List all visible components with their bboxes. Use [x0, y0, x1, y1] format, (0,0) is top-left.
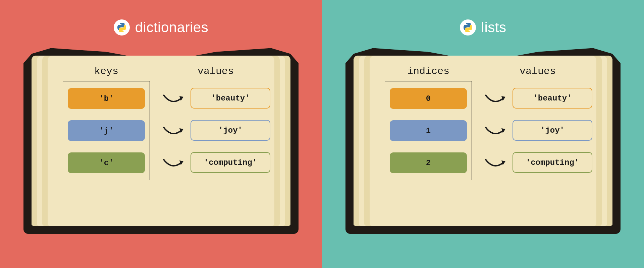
book-spine	[161, 56, 161, 226]
value-chip: 'joy'	[191, 120, 270, 141]
values-page: values 'beauty'	[161, 66, 270, 212]
lists-book: indices 0 1 2 values	[345, 46, 621, 234]
arrow-column	[161, 81, 188, 173]
dictionaries-panel: dictionaries keys 'b' 'j' 'c' values	[0, 0, 322, 268]
keys-heading: keys	[94, 66, 118, 77]
arrow-icon	[483, 88, 510, 109]
lists-title-row: lists	[460, 19, 506, 36]
values-heading: values	[198, 66, 234, 77]
lists-panel: lists indices 0 1 2 values	[322, 0, 644, 268]
index-chip: 0	[390, 88, 467, 109]
indices-page: indices 0 1 2	[374, 66, 483, 212]
values-column: 'beauty' 'joy' 'computing'	[191, 81, 270, 173]
lists-title: lists	[481, 19, 506, 36]
value-chip: 'beauty'	[513, 88, 592, 109]
python-logo-icon	[114, 19, 130, 36]
index-chip: 1	[390, 120, 467, 141]
keys-page: keys 'b' 'j' 'c'	[52, 66, 161, 212]
key-chip: 'c'	[68, 152, 145, 173]
value-chip: 'computing'	[513, 152, 592, 173]
indices-heading: indices	[407, 66, 449, 77]
value-chip: 'computing'	[191, 152, 270, 173]
dictionaries-title-row: dictionaries	[114, 19, 208, 36]
values-page: values 'beauty'	[483, 66, 592, 212]
dictionaries-book: keys 'b' 'j' 'c' values	[23, 46, 299, 234]
arrow-icon	[161, 120, 188, 141]
arrow-icon	[483, 152, 510, 173]
indices-box: 0 1 2	[385, 81, 472, 180]
values-column: 'beauty' 'joy' 'computing'	[513, 81, 592, 173]
index-chip: 2	[390, 152, 467, 173]
arrow-icon	[483, 120, 510, 141]
book-spine	[483, 56, 483, 226]
values-heading: values	[520, 66, 556, 77]
python-logo-icon	[460, 19, 476, 36]
key-chip: 'b'	[68, 88, 145, 109]
keys-box: 'b' 'j' 'c'	[63, 81, 150, 180]
dictionaries-title: dictionaries	[135, 19, 208, 36]
arrow-icon	[161, 88, 188, 109]
key-chip: 'j'	[68, 120, 145, 141]
arrow-icon	[161, 152, 188, 173]
value-chip: 'joy'	[513, 120, 592, 141]
arrow-column	[483, 81, 510, 173]
value-chip: 'beauty'	[191, 88, 270, 109]
